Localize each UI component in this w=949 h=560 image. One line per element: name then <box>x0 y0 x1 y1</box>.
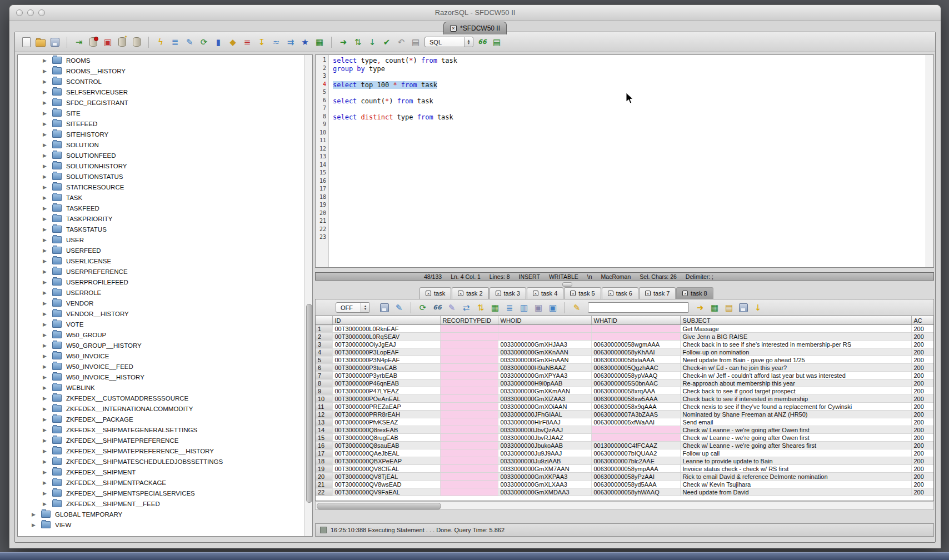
code-line[interactable] <box>333 146 926 154</box>
sort-rows-icon[interactable]: ⇅ <box>475 302 486 313</box>
code-line[interactable] <box>333 137 926 146</box>
grid-cell[interactable] <box>440 434 498 442</box>
grid-cell[interactable] <box>498 325 591 333</box>
tree-item-task[interactable]: ▶TASK <box>18 192 312 203</box>
table-row[interactable]: 2000T3000000QV8TjEAL0033000000GmXKPAA300… <box>316 473 934 481</box>
code-line[interactable] <box>333 153 926 162</box>
grid-cell[interactable] <box>440 341 498 348</box>
disclosure-triangle-icon[interactable]: ▶ <box>43 311 48 317</box>
tree-item-vote[interactable]: ▶VOTE <box>18 319 312 329</box>
grid-cell[interactable]: 006300000058yhWAAQ <box>591 488 680 496</box>
grid-cell[interactable]: Check-in w/ Ed - can he join this year? <box>680 364 911 372</box>
grid-cell[interactable]: 0033000000Ju9J9AAJ <box>498 449 591 457</box>
disclosure-triangle-icon[interactable]: ▶ <box>32 522 37 528</box>
disclosure-triangle-icon[interactable]: ▶ <box>43 206 48 211</box>
tree-item-view[interactable]: ▶VIEW <box>18 519 312 530</box>
code-line[interactable] <box>333 178 926 186</box>
tree-item-zkfedex-shipment-feed[interactable]: ▶ZKFEDEX__SHIPMENT__FEED <box>18 498 312 509</box>
grid-cell[interactable]: 006300000058xrqAAA <box>591 387 680 395</box>
tree-item-sitehistory[interactable]: ▶SITEHISTORY <box>18 129 312 139</box>
code-line[interactable]: select top 100 * from task <box>333 81 926 89</box>
disclosure-triangle-icon[interactable]: ▶ <box>43 111 48 116</box>
table-row[interactable]: 1100T3000000PREZaEAP0033000000GmXOiAAN00… <box>316 403 934 411</box>
grid-cell[interactable]: 00T3000000P3yrbEAB <box>332 372 440 379</box>
table-row[interactable]: 1200T3000000PRR8rEAH0033000000JFhGlAAL00… <box>316 411 934 418</box>
disclosure-triangle-icon[interactable]: ▶ <box>43 301 48 306</box>
code-line[interactable] <box>333 73 926 81</box>
grid-cell[interactable]: 00630000005QgzhAAC <box>591 364 680 372</box>
grid-cell[interactable]: 00T3000000QV8TjEAL <box>332 473 440 481</box>
grid-cell[interactable]: 00630000005S0bnAAC <box>591 379 680 387</box>
grid-cell[interactable] <box>440 379 498 387</box>
grid-cell[interactable] <box>591 325 680 333</box>
grid-cell[interactable]: 200 <box>911 411 934 418</box>
edit-results-icon[interactable]: ✎ <box>393 302 404 313</box>
grid-cell[interactable]: 00T3000000P3LopEAF <box>332 348 440 356</box>
grid-cell[interactable]: 00T3000000QBXPeEAP <box>332 457 440 465</box>
tree-item-w50-invoice[interactable]: ▶W50_INVOICE <box>18 351 312 361</box>
table-row[interactable]: 900T3000000P47LYEAZ0033000000GmXKmAAN006… <box>316 387 934 395</box>
grid-cell[interactable]: 0033000000GmXPYAA3 <box>498 372 591 379</box>
table-tree[interactable]: ▶ROOMS▶ROOMS__HISTORY▶SCONTROL▶SELFSERVI… <box>17 54 313 537</box>
column-header-id[interactable]: ID <box>332 316 440 325</box>
disclosure-triangle-icon[interactable]: ▶ <box>43 353 48 359</box>
grid-cell[interactable]: Need update from Bain - gave go ahead 1/… <box>680 356 911 364</box>
grid-cell[interactable]: 00T3000000PRR8rEAH <box>332 411 440 418</box>
disclosure-triangle-icon[interactable]: ▶ <box>43 195 48 201</box>
disclosure-triangle-icon[interactable]: ▶ <box>43 469 48 475</box>
results-grid[interactable]: IDRECORDTYPEIDWHOIDWHATIDSUBJECTAC100T30… <box>315 316 934 501</box>
tree-item-w50-group-history[interactable]: ▶W50_GROUP__HISTORY <box>18 340 312 351</box>
code-line[interactable] <box>333 169 926 178</box>
align-icon[interactable]: ≈ <box>271 37 282 48</box>
grid-cell[interactable]: Check back to see if interested in membe… <box>680 395 911 403</box>
result-tab-task-5[interactable]: ×task 5 <box>564 287 601 299</box>
page-info-icon[interactable]: ▥ <box>518 302 530 313</box>
disclosure-triangle-icon[interactable]: ▶ <box>43 438 48 443</box>
grid-cell[interactable]: 0033000000GmXKmAAN <box>498 387 591 395</box>
disclosure-triangle-icon[interactable]: ▶ <box>43 163 48 169</box>
tree-scrollbar[interactable] <box>304 55 312 536</box>
grid-cell[interactable]: 00630000007bIQUAA2 <box>591 449 680 457</box>
table-row[interactable]: 500T3000000P3N4pEAF0033000000GmXHnAAN006… <box>316 356 934 364</box>
refresh-table-icon[interactable]: ⟳ <box>198 37 209 48</box>
disclosure-triangle-icon[interactable]: ▶ <box>43 491 48 496</box>
disclosure-triangle-icon[interactable]: ▶ <box>43 322 48 327</box>
code-line[interactable] <box>333 186 926 194</box>
tree-item-userfeed[interactable]: ▶USERFEED <box>18 245 312 256</box>
grid-cell[interactable]: 0013000000C4fFCAAZ <box>591 442 680 449</box>
grid-cell[interactable]: 0033000000GmXLXAA3 <box>498 481 591 488</box>
table-row[interactable]: 1700T3000000QAeJbEAL0033000000Ju9J9AAJ00… <box>316 449 934 457</box>
disclosure-triangle-icon[interactable]: ▶ <box>43 279 48 285</box>
grid-cell[interactable]: 00T3000000OiyJgEAJ <box>332 341 440 348</box>
commit-icon[interactable]: ✔ <box>381 37 392 48</box>
grid-cell[interactable]: 00T3000000QV8CfEAL <box>332 465 440 473</box>
disclosure-triangle-icon[interactable]: ▶ <box>43 174 48 179</box>
grid-cell[interactable]: 00T3000000PREZaEAP <box>332 403 440 411</box>
grid-cell[interactable]: Check w/ Kevin Tsujihara <box>680 481 911 488</box>
grid-cell[interactable]: Follow-up on nomination <box>680 348 911 356</box>
grid-cell[interactable]: 00T3000000PfvKSEAZ <box>332 418 440 426</box>
stepper-icon[interactable]: ▲▼ <box>464 37 473 47</box>
grid-cell[interactable]: Nominated by Shane Freeman at ANZ (HR50) <box>680 411 911 418</box>
grid-cell[interactable]: Check w/ Leanne - we're going after Shea… <box>680 442 911 449</box>
tree-item-userlicense[interactable]: ▶USERLICENSE <box>18 256 312 266</box>
grid-cell[interactable] <box>440 488 498 496</box>
code-line[interactable] <box>333 202 926 210</box>
column-header-whoid[interactable]: WHOID <box>498 316 591 325</box>
disclosure-triangle-icon[interactable]: ▶ <box>43 427 48 433</box>
tree-item-zkfedex-shipmentpackage[interactable]: ▶ZKFEDEX__SHIPMENTPACKAGE <box>18 477 312 488</box>
import-icon[interactable]: ⇥ <box>73 37 84 48</box>
close-result-tab-icon[interactable]: × <box>496 291 501 296</box>
table-row[interactable]: 400T3000000P3LopEAF0033000000GmXKnAAN006… <box>316 348 934 356</box>
table-row[interactable]: 600T3000000P3tuvEAB0033000000H9aNBAAZ006… <box>316 364 934 372</box>
column-header-ac[interactable]: AC <box>911 316 934 325</box>
grid-cell[interactable] <box>440 364 498 372</box>
tree-item-selfserviceuser[interactable]: ▶SELFSERVICEUSER <box>18 87 312 97</box>
grid-cell[interactable]: 006300000058yPzAAI <box>591 473 680 481</box>
grid-cell[interactable]: 200 <box>911 395 934 403</box>
grid-cell[interactable]: 200 <box>911 434 934 442</box>
grid-cell[interactable]: 0033000000HirF8AAJ <box>498 418 591 426</box>
column-header-subject[interactable]: SUBJECT <box>680 316 911 325</box>
grid-cell[interactable]: Get Massage <box>680 325 911 333</box>
grid-cell[interactable]: 00630000007blc2AAE <box>591 457 680 465</box>
